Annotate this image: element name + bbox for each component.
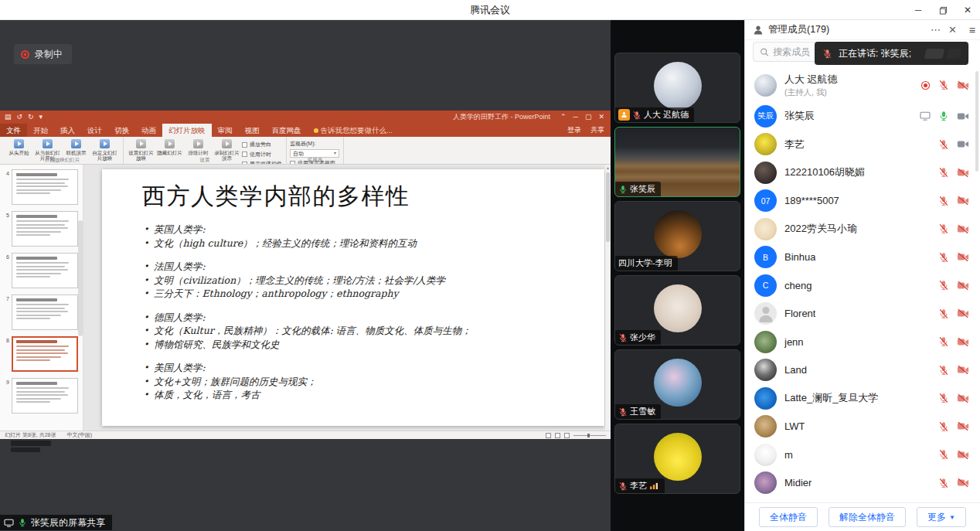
member-row[interactable]: 122210106胡晓媚 <box>745 158 980 187</box>
ribbon-tab[interactable]: 动画 <box>135 124 162 137</box>
slide-thumbnail[interactable]: 7 <box>0 291 83 333</box>
video-tile[interactable]: 王雪敏 <box>614 349 740 420</box>
more-button[interactable]: 更多▼ <box>917 507 966 527</box>
more-options-icon[interactable]: ⋯ <box>931 20 941 40</box>
view-slideshow-icon[interactable] <box>564 433 570 438</box>
camera-icon[interactable] <box>957 196 969 206</box>
view-sorter-icon[interactable] <box>555 433 560 438</box>
ppt-close-icon[interactable]: ✕ <box>598 111 604 124</box>
mic-icon[interactable] <box>938 336 949 347</box>
mic-icon[interactable] <box>938 421 949 432</box>
redo-icon[interactable]: ↻ <box>28 111 34 124</box>
mic-icon[interactable] <box>938 167 949 178</box>
qat-dropdown-icon[interactable]: ▾ <box>39 111 43 124</box>
member-row[interactable]: jenn <box>745 328 980 356</box>
camera-icon[interactable] <box>957 168 969 178</box>
slide-thumbnail[interactable]: 9 <box>0 375 83 417</box>
camera-icon[interactable] <box>957 393 969 403</box>
video-tile[interactable]: 人大 迟航德 <box>614 53 740 123</box>
member-row[interactable]: 07 189****5007 <box>745 187 980 216</box>
camera-icon[interactable] <box>957 80 969 90</box>
ribbon-checkbox[interactable]: 播放旁白 <box>242 141 282 148</box>
camera-icon[interactable] <box>957 111 969 121</box>
mic-icon[interactable] <box>938 252 949 263</box>
ribbon-tab[interactable]: 视图 <box>239 124 266 137</box>
camera-icon[interactable] <box>957 224 969 234</box>
ribbon-tab[interactable]: 百度网盘 <box>266 124 308 137</box>
ppt-restore-icon[interactable]: ▢ <box>585 111 592 124</box>
video-tile[interactable]: 张笑辰 <box>614 127 740 197</box>
member-row[interactable]: 人大 迟航德 (主持人, 我) <box>745 68 980 102</box>
thumbnail-scrollbar[interactable] <box>78 220 83 336</box>
camera-icon[interactable] <box>957 365 969 375</box>
ribbon-tab[interactable]: 幻灯片放映 <box>162 124 212 137</box>
slide-scrollbar[interactable]: ▲ <box>605 165 611 431</box>
ribbon-tab[interactable]: 告诉我您想要做什么... <box>308 124 399 137</box>
member-row[interactable]: 李艺 <box>745 131 980 159</box>
member-row[interactable]: Midier <box>745 469 980 498</box>
camera-icon[interactable] <box>957 308 969 318</box>
mic-icon[interactable] <box>938 111 949 121</box>
ribbon-tab[interactable]: 开始 <box>27 124 54 137</box>
save-icon[interactable]: ▤ <box>5 111 12 124</box>
avatar <box>654 62 702 110</box>
video-tile[interactable]: 四川大学-李明 <box>614 201 740 271</box>
scroll-up-icon[interactable]: ▲ <box>605 165 611 171</box>
ribbon-tab[interactable]: 设计 <box>81 124 108 137</box>
member-row[interactable]: Florent <box>745 300 980 328</box>
member-row[interactable]: 笑辰 张笑辰 <box>745 102 980 131</box>
menu-icon[interactable]: ≡ <box>969 24 975 36</box>
camera-icon[interactable] <box>957 337 969 347</box>
ribbon-tab[interactable]: 切换 <box>108 124 135 137</box>
member-row[interactable]: 2022劳关马小瑜 <box>745 215 980 243</box>
zoom-slider[interactable] <box>573 435 606 436</box>
minimize-icon[interactable]: ─ <box>912 4 924 16</box>
mic-icon[interactable] <box>938 196 949 206</box>
ppt-minimize-icon[interactable]: ─ <box>573 111 578 124</box>
mic-icon[interactable] <box>938 280 949 291</box>
camera-icon[interactable] <box>957 421 969 431</box>
panel-close-icon[interactable]: ✕ <box>948 20 957 40</box>
camera-icon[interactable] <box>957 450 969 460</box>
mic-icon[interactable] <box>938 449 949 460</box>
slide-thumbnail[interactable]: 6 <box>0 250 83 291</box>
member-row[interactable]: Latte_澜昕_复旦大学 <box>745 384 980 413</box>
close-icon[interactable]: ✕ <box>961 4 974 16</box>
video-tile[interactable]: 张少华 <box>614 275 740 345</box>
camera-icon[interactable] <box>957 478 969 488</box>
video-tile[interactable]: 李艺 <box>614 424 740 494</box>
camera-icon[interactable] <box>957 252 969 262</box>
camera-icon[interactable] <box>957 281 969 291</box>
language-indicator[interactable]: 中文(中国) <box>67 431 93 439</box>
ribbon-right-action[interactable]: 共享 <box>590 124 604 137</box>
view-normal-icon[interactable] <box>546 433 551 438</box>
member-row[interactable]: m <box>745 441 980 469</box>
mic-icon[interactable] <box>938 393 949 403</box>
ribbon-tab[interactable]: 审阅 <box>212 124 239 137</box>
slide-thumbnail[interactable]: 8 <box>0 333 83 375</box>
mic-icon[interactable] <box>938 139 949 150</box>
unmute-all-button[interactable]: 解除全体静音 <box>829 507 906 527</box>
ribbon-options-icon[interactable]: ⌃ <box>560 111 567 124</box>
camera-icon[interactable] <box>957 139 969 149</box>
ribbon-right-action[interactable]: 登录 <box>567 124 581 137</box>
member-name: Binhua <box>784 251 815 263</box>
mic-icon[interactable] <box>938 308 949 319</box>
mic-icon[interactable] <box>938 478 949 488</box>
member-list-scrollbar[interactable] <box>975 71 978 172</box>
ribbon-tab[interactable]: 文件 <box>0 124 27 137</box>
member-row[interactable]: C cheng <box>745 271 980 300</box>
undo-icon[interactable]: ↺ <box>17 111 23 124</box>
mic-icon[interactable] <box>938 223 949 234</box>
mic-icon[interactable] <box>938 80 949 90</box>
member-row[interactable]: Land <box>745 356 980 385</box>
member-row[interactable]: B Binhua <box>745 243 980 272</box>
ribbon-tab[interactable]: 插入 <box>54 124 81 137</box>
slide-thumbnail[interactable]: 4 <box>0 166 83 208</box>
restore-icon[interactable] <box>937 4 949 16</box>
recording-badge[interactable]: 录制中 <box>14 44 72 64</box>
mic-icon[interactable] <box>938 365 949 376</box>
member-row[interactable]: LWT <box>745 413 980 441</box>
slide-thumbnail[interactable]: 5 <box>0 208 83 250</box>
mute-all-button[interactable]: 全体静音 <box>759 507 818 527</box>
